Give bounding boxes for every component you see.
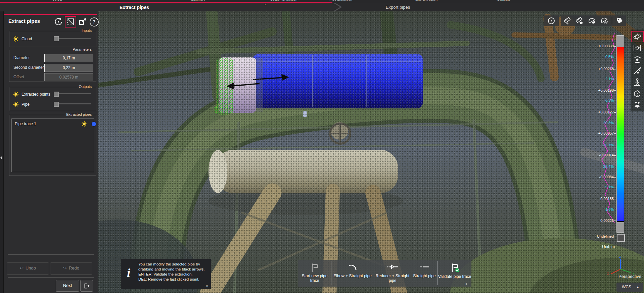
scale-value-label: +0,00339 <box>584 44 614 48</box>
cloud-opacity-slider[interactable] <box>54 36 91 41</box>
scale-value-label: +0,00268 <box>584 67 614 71</box>
constrained-orbit-button[interactable] <box>632 43 643 53</box>
scale-tick <box>614 221 616 221</box>
exit-workflow-button[interactable] <box>80 280 93 292</box>
projection-label[interactable]: Perspective <box>604 274 641 279</box>
extracted-points-label: Extracted points <box>21 92 50 97</box>
angle-profile-icon <box>600 17 609 25</box>
inputs-legend: Inputs <box>80 29 93 33</box>
view-cube-button[interactable] <box>632 89 643 99</box>
workflow-step-label[interactable]: Summary <box>191 0 205 1</box>
workflow-step-label[interactable]: Pipe Extraction <box>329 0 352 1</box>
workflow-step-label[interactable]: Object <box>52 0 62 1</box>
workflow-step-label[interactable]: Compute <box>497 0 511 1</box>
undefined-label: Undefined <box>584 234 614 238</box>
scale-percent-label: 2,1% <box>584 77 614 81</box>
inputs-group: Inputs Cloud <box>9 31 96 47</box>
slider-handle[interactable] <box>54 102 59 107</box>
pipe-color-swatch[interactable] <box>91 121 96 127</box>
visibility-bulb-icon[interactable] <box>13 36 19 42</box>
clipping-box-button[interactable] <box>632 100 643 110</box>
fly-mode-button[interactable] <box>632 66 643 76</box>
visibility-bulb-icon[interactable] <box>13 91 19 97</box>
workflow-step-label[interactable]: Section Extraction <box>270 0 297 1</box>
tab-separator-chevron-icon <box>334 3 342 11</box>
undefined-checkbox[interactable] <box>617 234 625 242</box>
toolbar-expand-icon[interactable]: » <box>464 283 469 285</box>
orbit-mode-button[interactable] <box>632 32 643 42</box>
panel-title: Extract pipes <box>8 18 40 24</box>
delete-measurement-button[interactable] <box>574 16 585 25</box>
pipe-trace-label: Pipe trace 1 <box>15 121 36 126</box>
angle-profile-button[interactable] <box>599 16 609 25</box>
viewport-3d[interactable] <box>98 11 644 293</box>
constrained-orbit-icon <box>633 44 642 52</box>
visibility-bulb-icon[interactable] <box>81 121 87 127</box>
pipe-trace-icon <box>310 263 320 272</box>
slider-handle[interactable] <box>54 36 59 41</box>
label-tag-button[interactable] <box>614 16 625 25</box>
coordinate-system-label: WCS <box>622 285 631 289</box>
navigation-toolbar <box>631 30 644 111</box>
extracted-points-slider[interactable] <box>54 91 91 96</box>
collapse-left-icon[interactable] <box>0 156 2 160</box>
diameter-field[interactable]: 0,17 m <box>44 54 93 62</box>
add-measurement-button[interactable] <box>562 16 572 25</box>
list-item-pipe-trace[interactable]: Pipe trace 1 <box>12 120 93 128</box>
tool-reducer-straight-pipe[interactable]: Reducer + Straight pipe <box>374 260 411 287</box>
selected-pipe-cylinder[interactable] <box>253 54 423 108</box>
tab-export-pipes[interactable]: Export pipes <box>386 5 410 10</box>
workflow-progress-line <box>0 2 332 3</box>
walk-mode-button[interactable] <box>632 77 643 87</box>
tab-extract-pipes-label: Extract pipes <box>120 5 149 10</box>
tool-start-new-pipe-trace[interactable]: Start new pipe trace <box>298 260 331 287</box>
panel-accent-line <box>4 14 97 15</box>
pipe-opacity-slider[interactable] <box>54 101 91 106</box>
pipe-output-label: Pipe <box>21 102 30 107</box>
visibility-bulb-icon[interactable] <box>13 101 19 107</box>
delete-measurement-icon <box>576 17 584 25</box>
panel-collapse-strip[interactable] <box>0 11 4 293</box>
slider-handle[interactable] <box>54 92 59 97</box>
workflow-step-label[interactable]: Line Extraction <box>415 0 438 1</box>
tab-extract-pipes[interactable]: Extract pipes <box>0 3 340 11</box>
tool-elbow-straight-pipe[interactable]: Elbow + Straight pipe <box>331 260 374 287</box>
workflow-stepper: Object Summary Section Extraction Pipe E… <box>0 0 644 2</box>
scale-value-label: -0,00014 <box>584 153 614 157</box>
parameters-legend: Parameters <box>71 47 93 51</box>
straight-pipe-icon <box>419 263 430 272</box>
help-button[interactable]: ? <box>89 17 99 27</box>
redo-arrow-icon: ↪ <box>63 265 67 271</box>
export-view-button[interactable] <box>78 17 88 27</box>
toolbar-separator <box>612 17 612 25</box>
add-measurement-icon <box>563 17 571 25</box>
scale-value-label: -0,00155 <box>584 197 614 201</box>
hint-collapse-icon[interactable]: « <box>206 283 208 288</box>
extraction-region-button[interactable] <box>65 17 76 27</box>
axis-gizmo[interactable]: z x y <box>604 254 641 275</box>
slider-track <box>54 103 91 104</box>
picking-toolbar <box>544 15 559 26</box>
extracted-pipes-list[interactable]: Pipe trace 1 <box>11 118 94 172</box>
color-scale-bar[interactable] <box>616 35 624 233</box>
tool-straight-pipe[interactable]: Straight pipe <box>411 260 438 287</box>
extraction-region-icon <box>66 18 75 26</box>
look-around-button[interactable] <box>632 54 643 64</box>
scale-percent-label: 9,1% <box>584 185 614 189</box>
undo-button[interactable]: ↩Undo <box>7 262 49 275</box>
orbit-icon <box>633 32 642 41</box>
picking-point-button[interactable] <box>546 16 556 25</box>
hint-text: You can modify the selected pipe by grab… <box>138 262 208 282</box>
redo-button[interactable]: ↪Redo <box>50 262 92 275</box>
angle-measurement-button[interactable] <box>587 16 597 25</box>
divider <box>8 254 94 255</box>
second-diameter-field[interactable]: 0,22 m <box>44 64 93 72</box>
next-button[interactable]: Next <box>56 280 79 292</box>
reset-button[interactable] <box>53 17 63 27</box>
hint-box: i You can modify the selected pipe by gr… <box>121 259 211 289</box>
walk-person-icon <box>633 78 642 87</box>
coordinate-system-dropdown[interactable]: WCS ▲ <box>616 283 643 292</box>
scale-percent-label: 0,5% <box>584 55 614 59</box>
scale-tick <box>614 133 616 134</box>
pipe-pink-section[interactable] <box>214 57 263 115</box>
